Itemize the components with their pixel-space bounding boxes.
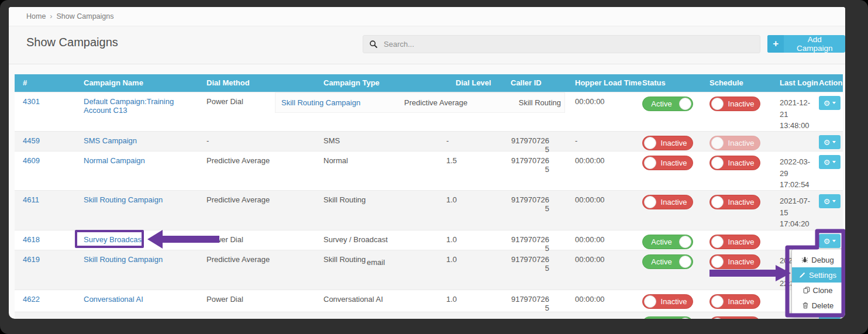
ghost-dial-method: Predictive Average (404, 98, 467, 107)
menu-item-delete[interactable]: Delete (792, 298, 843, 313)
dial-method: - (202, 132, 319, 151)
toggle-knob (711, 236, 724, 248)
bug-icon (801, 256, 808, 263)
dial-method: Predictive Average (202, 250, 319, 290)
breadcrumb-home[interactable]: Home (26, 12, 46, 20)
pencil-icon (799, 271, 806, 278)
caller-id: 9179707265 (506, 151, 570, 190)
schedule-toggle[interactable]: Inactive (709, 316, 760, 319)
campaign-id-link[interactable]: 4622 (23, 295, 40, 304)
hopper-load-time: - (570, 132, 640, 151)
caret-down-icon (832, 141, 836, 143)
campaign-name-link[interactable]: Default Campaign:Training Account C13 (84, 97, 174, 115)
row-actions-button[interactable]: ⚙ (819, 96, 841, 110)
breadcrumb-separator: › (50, 12, 52, 20)
campaign-type: Conversational AI (319, 290, 442, 311)
campaign-id-link[interactable]: 4619 (23, 255, 40, 264)
table-row: 4622 Conversational AI Power Dial Conver… (15, 290, 843, 311)
toggle-knob (679, 256, 691, 268)
clone-icon (803, 287, 810, 294)
col-header-schedule[interactable]: Schedule (708, 74, 775, 92)
table-row: 4459 SMS Campaign - SMS - 9179707265 - I… (15, 131, 843, 151)
campaign-name-link[interactable]: SMS Campaign (84, 136, 137, 145)
campaign-id-link[interactable]: 4618 (23, 235, 40, 244)
status-toggle[interactable]: Inactive (642, 136, 693, 150)
menu-item-clone[interactable]: Clone (792, 283, 843, 298)
status-toggle[interactable]: Active (642, 235, 693, 249)
campaign-id-link[interactable]: 4611 (23, 195, 39, 204)
dial-method: Predictive Average (202, 191, 319, 230)
col-header-hopper-load-time[interactable]: Hopper Load Time (570, 74, 640, 92)
last-login (775, 230, 817, 250)
breadcrumb-current: Show Campaigns (57, 12, 114, 20)
campaign-id-link[interactable]: 4609 (23, 156, 40, 165)
caller-id: 9179707265 (506, 191, 570, 230)
dial-method: Power Dial (202, 290, 319, 311)
campaign-type: Survey / Broadcast (319, 230, 442, 250)
table-header-row: # Campaign Name Dial Method Campaign Typ… (15, 74, 843, 92)
last-login (775, 132, 817, 151)
menu-item-debug[interactable]: Debug (792, 252, 843, 267)
col-header-caller-id[interactable]: Caller ID (506, 74, 570, 92)
col-header-campaign-name[interactable]: Campaign Name (79, 74, 202, 92)
row-actions-button-open[interactable]: ⚙ (819, 234, 841, 248)
dial-level: - (442, 132, 506, 151)
row-actions-button[interactable]: ⚙ (819, 135, 841, 149)
status-toggle[interactable]: Active (642, 97, 693, 111)
col-header-id[interactable]: # (15, 74, 79, 92)
col-header-dial-level[interactable]: Dial Level (442, 74, 506, 92)
hopper-load-time: 00:00:00 (570, 230, 640, 250)
last-login: 2021-12-21 13:48:00 (775, 92, 817, 131)
dial-level: 1.5 (442, 151, 506, 190)
page-card: Home › Show Campaigns Show Campaigns + A… (9, 7, 845, 319)
status-toggle[interactable]: Inactive (642, 294, 693, 309)
caret-down-icon (832, 102, 836, 104)
col-header-last-login[interactable]: Last Login (775, 74, 817, 92)
campaign-name-link[interactable]: Skill Routing Campaign (84, 195, 163, 204)
last-login: 2021-07-15 17:04:20 (775, 191, 817, 230)
status-toggle[interactable]: Active (642, 254, 693, 269)
caret-down-icon (832, 161, 836, 163)
ghost-campaign-type: Skill Routing (519, 98, 561, 107)
col-header-campaign-type[interactable]: Campaign Type (319, 74, 442, 92)
toggle-knob (711, 295, 724, 308)
col-header-action: Action (817, 74, 843, 92)
toggle-knob (711, 196, 724, 208)
schedule-toggle[interactable]: Inactive (709, 97, 760, 111)
caller-id: 9179707265 (506, 290, 570, 311)
toggle-knob (711, 157, 724, 169)
campaign-name-link-survey-broadcast[interactable]: Survey Broadcast (84, 235, 144, 244)
campaign-type: SMS (319, 132, 442, 151)
page-title: Show Campaigns (26, 36, 118, 49)
campaign-name-link[interactable]: Conversational AI (84, 295, 143, 304)
schedule-toggle[interactable]: Inactive (709, 156, 760, 170)
caller-id: 9179707265 (506, 230, 570, 250)
row-actions-button[interactable]: ⚙ (819, 194, 841, 208)
schedule-toggle[interactable]: Inactive (709, 294, 760, 309)
dial-level: 1.0 (442, 230, 506, 250)
schedule-toggle[interactable]: Inactive (709, 254, 760, 269)
dial-method: Power Dial (202, 230, 319, 250)
campaign-id-link[interactable]: 4459 (23, 136, 40, 145)
gear-icon: ⚙ (824, 237, 831, 245)
caller-id: 9179707265 (506, 250, 570, 290)
schedule-toggle[interactable]: Inactive (709, 195, 760, 209)
search-box (363, 35, 760, 53)
add-campaign-button[interactable]: + Add Campaign (767, 35, 845, 53)
campaign-id-link[interactable]: 4301 (23, 97, 40, 106)
row-actions-button[interactable]: ⚙ (819, 155, 841, 169)
menu-item-settings[interactable]: Settings (792, 267, 843, 283)
campaign-name-link[interactable]: Skill Routing Campaign (84, 255, 163, 264)
search-input[interactable] (383, 39, 753, 49)
status-toggle[interactable]: Inactive (642, 195, 693, 209)
hopper-load-time: 00:00:00 (570, 191, 640, 230)
schedule-toggle[interactable]: Inactive (709, 235, 760, 249)
table-row: 4609 Normal Campaign Predictive Average … (15, 151, 843, 190)
toggle-knob (711, 98, 724, 110)
hopper-load-time: 00:00:00 (570, 250, 640, 290)
status-toggle[interactable]: Inactive (642, 156, 693, 170)
status-toggle[interactable]: Active (642, 316, 693, 319)
col-header-dial-method[interactable]: Dial Method (202, 74, 319, 92)
col-header-status[interactable]: Status (640, 74, 708, 92)
campaign-name-link[interactable]: Normal Campaign (84, 156, 145, 165)
